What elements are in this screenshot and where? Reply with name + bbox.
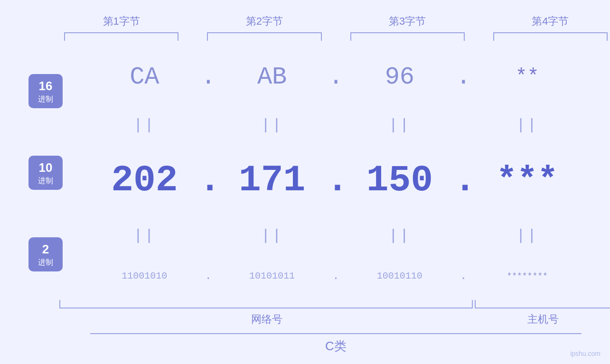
bin-dot3: .	[454, 270, 473, 282]
bin-b1: 11001010	[90, 271, 199, 281]
labels-column: 16 进制 10 进制 2 进制	[28, 50, 90, 295]
eq2-b2: ||	[218, 227, 327, 244]
data-grid: CA . AB . 96 . **	[90, 50, 582, 295]
hex-row: CA . AB . 96 . **	[90, 63, 582, 91]
col1-header: 第1字节	[59, 14, 183, 28]
bin-b3: 10010110	[346, 271, 454, 281]
dec-dot3: .	[454, 159, 473, 201]
host-bracket	[475, 300, 610, 308]
dec-dot2: .	[327, 159, 346, 201]
hex-b4: **	[473, 65, 582, 88]
bottom-labels: 网络号 主机号	[59, 312, 610, 327]
bin-badge: 2 进制	[28, 237, 63, 271]
eq1-b3: ||	[346, 116, 454, 134]
hex-b2: AB	[218, 63, 327, 91]
bottom-section: 网络号 主机号	[59, 300, 610, 327]
eq2-b1: ||	[90, 227, 199, 244]
class-label: C类	[90, 338, 582, 355]
eq1-b2: ||	[218, 116, 327, 134]
hex-badge: 16 进制	[28, 74, 63, 108]
dec-b3: 150	[346, 159, 454, 201]
class-bracket-line	[90, 333, 582, 334]
bin-b2: 10101011	[218, 271, 327, 281]
network-label: 网络号	[59, 312, 474, 327]
bracket-col1	[64, 32, 178, 41]
eq-row-2: || || || ||	[90, 227, 582, 244]
dec-badge: 10 进制	[28, 156, 63, 190]
col3-header: 第3字节	[346, 14, 469, 28]
network-bracket	[59, 300, 473, 308]
col2-header: 第2字节	[202, 14, 326, 28]
hex-dot2: .	[327, 63, 346, 91]
bottom-brackets	[59, 300, 610, 308]
bracket-col4	[493, 32, 608, 41]
bracket-col2	[207, 32, 321, 41]
hex-b1: CA	[90, 63, 199, 91]
column-headers: 第1字节 第2字节 第3字节 第4字节	[59, 14, 610, 28]
top-brackets	[59, 32, 610, 41]
dec-dot1: .	[199, 159, 218, 201]
dec-b1: 202	[90, 159, 199, 201]
hex-dot3: .	[454, 63, 473, 91]
eq-row-1: || || || ||	[90, 116, 582, 134]
bin-row: 11001010 . 10101011 . 10010110 .	[90, 270, 582, 282]
watermark: ipshu.com	[570, 350, 601, 357]
bin-dot1: .	[199, 270, 218, 282]
hex-b3: 96	[346, 63, 454, 91]
eq1-b1: ||	[90, 116, 199, 134]
dec-b4: ***	[473, 161, 582, 200]
host-label: 主机号	[474, 312, 610, 327]
bracket-col3	[350, 32, 465, 41]
main-content: 16 进制 10 进制 2 进制 CA .	[28, 50, 582, 295]
dec-row: 202 . 171 . 150 . ***	[90, 159, 582, 201]
hex-dot1: .	[199, 63, 218, 91]
bin-b4: ********	[473, 271, 582, 281]
class-section: C类	[28, 333, 582, 355]
eq2-b3: ||	[346, 227, 454, 244]
col4-header: 第4字节	[488, 14, 610, 28]
dec-b2: 171	[218, 159, 327, 201]
bin-dot2: .	[327, 270, 346, 282]
eq1-b4: ||	[473, 116, 582, 134]
main-container: 第1字节 第2字节 第3字节 第4字节 16 进制 10 进制	[0, 0, 610, 364]
eq2-b4: ||	[473, 227, 582, 244]
